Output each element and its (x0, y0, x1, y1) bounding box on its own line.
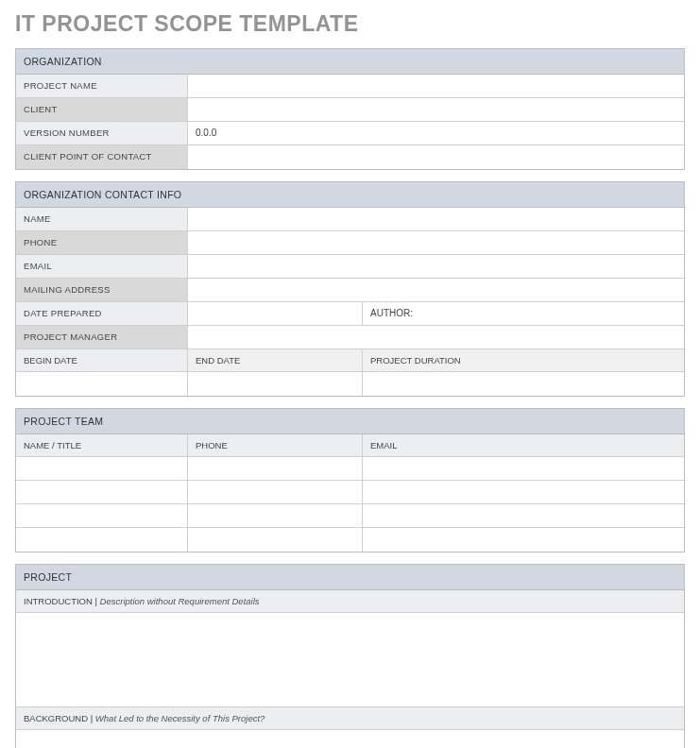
team-email-input[interactable] (363, 504, 684, 527)
phone-input[interactable] (188, 231, 684, 254)
name-label: NAME (16, 208, 188, 230)
client-poc-label: CLIENT POINT OF CONTACT (16, 145, 188, 169)
background-description: What Led to the Necessity of This Projec… (95, 713, 265, 723)
version-number-label: VERSION NUMBER (16, 122, 188, 144)
project-header: PROJECT (16, 565, 684, 590)
end-date-label: END DATE (188, 349, 363, 371)
team-email-input[interactable] (363, 481, 684, 503)
date-prepared-input[interactable] (188, 302, 363, 325)
client-poc-input[interactable] (188, 145, 684, 169)
phone-label: PHONE (16, 231, 188, 254)
table-row (16, 504, 684, 528)
begin-date-input[interactable] (16, 372, 188, 396)
background-textarea[interactable] (16, 730, 684, 748)
mailing-input[interactable] (188, 279, 684, 301)
organization-section: ORGANIZATION PROJECT NAME CLIENT VERSION… (15, 48, 685, 170)
project-section: PROJECT INTRODUCTION | Description witho… (15, 564, 685, 748)
organization-header: ORGANIZATION (16, 49, 684, 75)
end-date-input[interactable] (188, 372, 363, 396)
team-phone-input[interactable] (188, 504, 363, 527)
table-row (16, 481, 684, 504)
team-col-name: NAME / TITLE (16, 434, 188, 456)
team-phone-input[interactable] (188, 528, 363, 552)
client-label: CLIENT (16, 98, 188, 121)
team-col-email: EMAIL (363, 434, 684, 456)
project-manager-input[interactable] (188, 326, 684, 348)
team-col-phone: PHONE (188, 434, 363, 456)
mailing-label: MAILING ADDRESS (16, 279, 188, 301)
project-duration-input[interactable] (363, 372, 684, 396)
project-name-label: PROJECT NAME (16, 75, 188, 97)
org-contact-section: ORGANIZATION CONTACT INFO NAME PHONE EMA… (15, 181, 685, 397)
author-label: AUTHOR: (370, 308, 413, 318)
team-name-input[interactable] (16, 504, 188, 527)
team-email-input[interactable] (363, 457, 684, 480)
introduction-subheader: INTRODUCTION | Description without Requi… (16, 590, 684, 613)
team-name-input[interactable] (16, 481, 188, 503)
project-name-input[interactable] (188, 75, 684, 97)
name-input[interactable] (188, 208, 684, 230)
team-phone-input[interactable] (188, 457, 363, 480)
email-label: EMAIL (16, 255, 188, 278)
team-name-input[interactable] (16, 457, 188, 480)
org-contact-header: ORGANIZATION CONTACT INFO (16, 182, 684, 208)
team-name-input[interactable] (16, 528, 188, 552)
date-prepared-label: DATE PREPARED (16, 302, 188, 325)
author-cell[interactable]: AUTHOR: (363, 302, 684, 325)
client-input[interactable] (188, 98, 684, 121)
team-email-input[interactable] (363, 528, 684, 552)
background-subheader: BACKGROUND | What Led to the Necessity o… (16, 707, 684, 730)
email-input[interactable] (188, 255, 684, 278)
project-team-header: PROJECT TEAM (16, 409, 684, 434)
page-title: IT PROJECT SCOPE TEMPLATE (15, 11, 685, 37)
table-row (16, 528, 684, 552)
version-number-input[interactable]: 0.0.0 (188, 122, 684, 144)
introduction-description: Description without Requirement Details (100, 596, 260, 606)
begin-date-label: BEGIN DATE (16, 349, 188, 371)
team-phone-input[interactable] (188, 481, 363, 503)
introduction-label: INTRODUCTION | (24, 596, 100, 606)
table-row (16, 457, 684, 481)
project-team-section: PROJECT TEAM NAME / TITLE PHONE EMAIL (15, 408, 685, 552)
project-duration-label: PROJECT DURATION (363, 349, 684, 371)
introduction-textarea[interactable] (16, 613, 684, 707)
project-manager-label: PROJECT MANAGER (16, 326, 188, 348)
background-label: BACKGROUND | (24, 713, 95, 723)
